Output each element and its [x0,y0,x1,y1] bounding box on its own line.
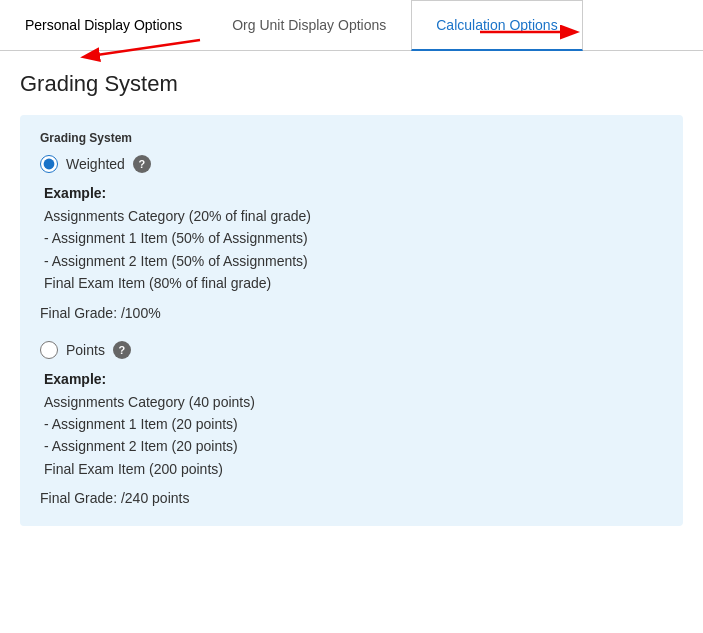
weighted-example-line-2: - Assignment 1 Item (50% of Assignments) [44,227,663,249]
divider-1 [40,321,663,341]
tabs-bar: Personal Display Options Org Unit Displa… [0,0,703,51]
weighted-example-title: Example: [44,185,663,201]
points-help-icon[interactable]: ? [113,341,131,359]
points-example-line-4: Final Exam Item (200 points) [44,458,663,480]
main-content: Grading System Grading System Weighted ?… [0,51,703,546]
page-title: Grading System [20,71,683,97]
points-final-grade: Final Grade: /240 points [40,490,663,506]
weighted-example-line-3: - Assignment 2 Item (50% of Assignments) [44,250,663,272]
weighted-example: Example: Assignments Category (20% of fi… [44,185,663,295]
weighted-radio[interactable] [40,155,58,173]
tab-calculation[interactable]: Calculation Options [411,0,582,51]
weighted-example-line-4: Final Exam Item (80% of final grade) [44,272,663,294]
points-radio-row: Points ? [40,341,663,359]
grading-section-panel: Grading System Weighted ? Example: Assig… [20,115,683,526]
weighted-label: Weighted [66,156,125,172]
points-example-title: Example: [44,371,663,387]
tab-personal[interactable]: Personal Display Options [0,0,207,50]
points-example: Example: Assignments Category (40 points… [44,371,663,481]
weighted-help-icon[interactable]: ? [133,155,151,173]
points-example-line-3: - Assignment 2 Item (20 points) [44,435,663,457]
weighted-radio-row: Weighted ? [40,155,663,173]
section-label: Grading System [40,131,663,145]
points-example-line-2: - Assignment 1 Item (20 points) [44,413,663,435]
weighted-final-grade: Final Grade: /100% [40,305,663,321]
points-label: Points [66,342,105,358]
points-radio[interactable] [40,341,58,359]
weighted-example-line-1: Assignments Category (20% of final grade… [44,205,663,227]
tab-orgunit[interactable]: Org Unit Display Options [207,0,411,50]
points-example-line-1: Assignments Category (40 points) [44,391,663,413]
tab-container: Personal Display Options Org Unit Displa… [0,0,703,51]
